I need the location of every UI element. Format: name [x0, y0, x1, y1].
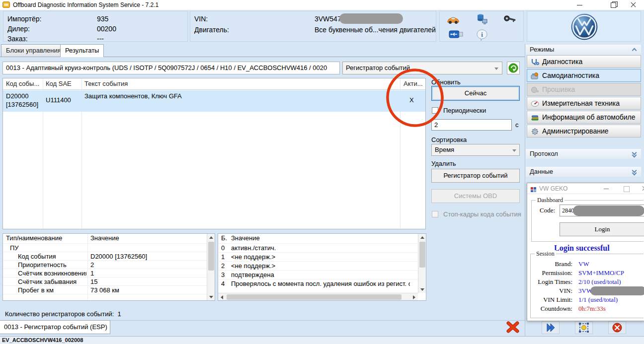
importer-value: 935: [97, 15, 108, 23]
delete-label: Удалить: [431, 160, 456, 167]
geko-session-row: VIN:3VW: [535, 287, 644, 296]
sidebar-item-administration[interactable]: Администрирование: [527, 125, 641, 138]
brand-panel: [527, 11, 641, 42]
bits-table-vscrollbar[interactable]: [418, 234, 426, 293]
sort-label: Сортировка: [431, 136, 467, 143]
scrollbar-thumb[interactable]: [208, 242, 214, 271]
network-icon[interactable]: [476, 13, 488, 24]
col-event-text[interactable]: Текст события: [84, 80, 128, 87]
geko-status-message: Login successful: [554, 244, 610, 253]
col-sae-code[interactable]: Код SAE: [46, 80, 72, 87]
list-item[interactable]: 2 <не поддерж.>: [218, 261, 426, 270]
titlebar: Offboard Diagnostic Information System S…: [0, 0, 644, 10]
section-protocol[interactable]: Протокол: [526, 149, 641, 159]
importer-info-panel: Импортёр: 935 Дилер: 00200 Заказ: ---: [3, 11, 188, 42]
col-active[interactable]: Акти...: [403, 80, 423, 87]
car-icon[interactable]: [447, 14, 460, 25]
geko-maximize-button[interactable]: [619, 183, 634, 194]
order-value: ---: [97, 35, 104, 43]
window-title: Offboard Diagnostic Information System S…: [13, 1, 159, 8]
chevron-down-icon: [512, 149, 516, 152]
table-row[interactable]: Приоритетность 2: [3, 260, 215, 269]
col-type[interactable]: Тип/наименование: [6, 234, 85, 242]
sidebar-item-label: Прошивка: [542, 85, 575, 93]
event-code-line2: [13762560]: [6, 101, 38, 108]
self-diagnostics-icon: [531, 72, 539, 79]
sidebar-item-label: Диагностика: [542, 58, 582, 66]
col-bit-value[interactable]: Значение: [231, 234, 260, 242]
geko-session-row: Brand:VW: [535, 260, 644, 269]
sidebar-item-vehicle-info[interactable]: Информация об автомобиле: [527, 111, 641, 124]
list-item[interactable]: 1 <не поддерж.>: [218, 252, 426, 261]
event-active-flag: X: [409, 96, 414, 104]
measurement-selector[interactable]: Регистратор событий: [342, 62, 502, 74]
list-item[interactable]: 4 Проверялось с момента посл. удаления о…: [218, 279, 426, 288]
run-button[interactable]: [507, 62, 520, 74]
expand-icon: [632, 153, 637, 158]
sort-dropdown[interactable]: Время: [431, 144, 520, 156]
info-icon[interactable]: i: [477, 29, 489, 40]
col-bit[interactable]: Б.: [221, 234, 229, 242]
chevron-down-icon: [494, 68, 498, 70]
sidebar-item-diagnostics[interactable]: Диагностика: [527, 55, 641, 68]
table-row[interactable]: Код события D20000 [13762560]: [3, 252, 215, 260]
table-row[interactable]: Счётчик забывания 15: [3, 277, 215, 285]
section-modes[interactable]: Режимы: [526, 45, 641, 55]
refresh-now-button[interactable]: Сейчас: [431, 86, 520, 101]
detail-table-vscrollbar[interactable]: [207, 234, 215, 300]
section-data[interactable]: Данные: [526, 167, 641, 177]
order-label: Заказ:: [7, 35, 28, 43]
bits-table-hscrollbar[interactable]: [218, 293, 418, 300]
event-code-line1: D20000: [6, 92, 29, 100]
connection-toolbar: i: [439, 11, 524, 42]
geko-minimize-button[interactable]: [599, 183, 614, 194]
table-row[interactable]: Счётчик возникновения 1: [3, 269, 215, 277]
sidebar-item-measurement[interactable]: Измерительная техника: [527, 97, 641, 110]
geko-code-input[interactable]: 2840: [560, 205, 644, 216]
freeze-frame-label: Стоп-кадры кода события: [443, 210, 521, 218]
event-row[interactable]: D20000 [13762560] U111400 Защита компоне…: [3, 90, 425, 112]
sidebar-item-label: Информация об автомобиле: [542, 113, 635, 121]
bottom-tab-event-log[interactable]: 0013 - Регистратор событий (ESP): [0, 320, 110, 334]
vin-redaction-blob: [590, 286, 644, 295]
geko-login-button[interactable]: Login: [560, 222, 644, 236]
minimize-button[interactable]: [571, 0, 588, 10]
continue-button[interactable]: [542, 321, 560, 334]
event-table-header: Код собы... Код SAE Текст события Акти..…: [3, 78, 425, 90]
geko-session-group: Session Brand:VW Permission:SVM+IMMO/CP …: [530, 254, 644, 318]
table-row[interactable]: Пробег в км 73 068 км: [3, 285, 215, 294]
section-modes-label: Режимы: [530, 46, 554, 53]
section-data-label: Данные: [530, 168, 553, 175]
sidebar-item-flash: Прошивка: [527, 83, 641, 96]
usb-icon[interactable]: [449, 29, 462, 40]
table-row[interactable]: ПУ: [3, 243, 215, 252]
geko-close-button[interactable]: [638, 183, 644, 194]
vin-redaction-blob: [339, 13, 403, 24]
periodic-checkbox[interactable]: [432, 107, 438, 114]
interval-input[interactable]: [431, 119, 512, 131]
tab-control-units[interactable]: Блоки управления: [1, 44, 66, 57]
restore-button[interactable]: [605, 0, 622, 10]
geko-dashboard-group: Dashboard Code: 2840 Login: [531, 200, 644, 242]
importer-label: Импортёр:: [7, 15, 41, 23]
key-icon[interactable]: [503, 14, 516, 25]
close-button[interactable]: [625, 0, 642, 10]
list-item[interactable]: 3 подтверждена: [218, 270, 426, 279]
table-row-partial: [3, 294, 215, 300]
col-value[interactable]: Значение: [90, 234, 119, 242]
col-event-code[interactable]: Код собы...: [6, 80, 39, 87]
gauge-icon: [531, 100, 539, 107]
screenshot-button[interactable]: [575, 321, 593, 334]
gear-icon: [531, 128, 539, 135]
scrollbar-thumb[interactable]: [227, 294, 402, 300]
expand-icon: [632, 171, 637, 176]
scrollbar-thumb[interactable]: [419, 242, 425, 268]
odis-window: Offboard Diagnostic Information System S…: [0, 0, 644, 344]
tab-results[interactable]: Результаты: [60, 44, 104, 57]
geko-session-row-countdown: Countdown:0h:7m:33s: [535, 305, 644, 314]
sidebar-item-self-diagnostics[interactable]: Самодиагностика: [527, 69, 641, 82]
delete-event-log-button[interactable]: Регистратор событий: [431, 169, 520, 183]
list-item[interactable]: 0 активн./статич.: [218, 243, 426, 252]
periodic-label[interactable]: Периодически: [443, 107, 486, 114]
exit-button[interactable]: [608, 321, 626, 334]
